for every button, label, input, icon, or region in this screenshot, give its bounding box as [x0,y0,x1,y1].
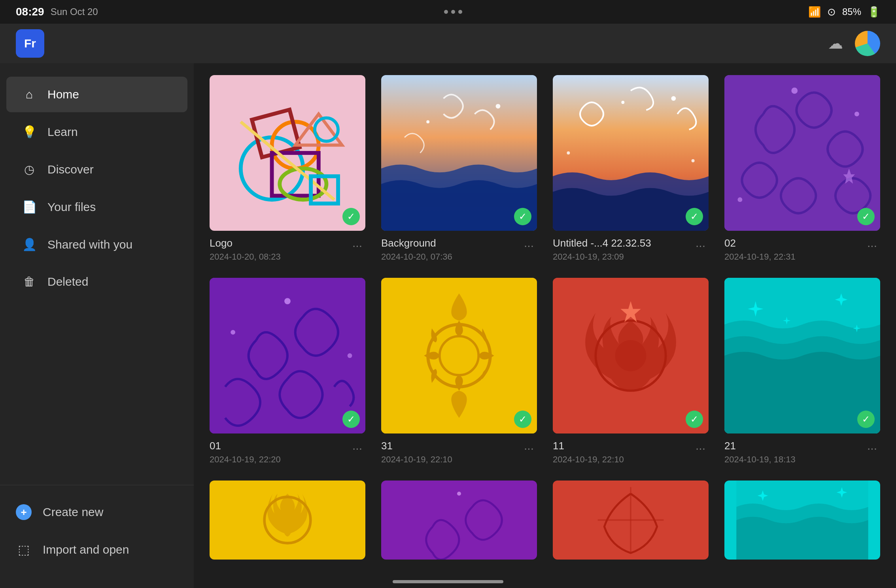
row3-4-svg [724,481,880,560]
check-badge-02: ✓ [857,208,875,225]
file-name-11: 11 [553,440,624,452]
file-meta-01: 01 2024-10-19, 22:20 [210,440,281,465]
status-right: 📶 ⊙ 85% 🔋 [808,6,880,18]
content-area: ✓ Logo 2024-10-20, 08:23 ··· [194,63,896,588]
background-svg [381,75,537,231]
file-more-31[interactable]: ··· [521,440,537,456]
file-date-untitled: 2024-10-19, 23:09 [553,252,651,262]
create-new-button[interactable]: + Create new [0,493,194,531]
file-meta-11: 11 2024-10-19, 22:10 [553,440,624,465]
untitled-svg [553,75,709,231]
file-name-background: Background [381,237,452,249]
svg-point-14 [671,96,676,101]
file-thumbnail-row3-2 [381,481,537,560]
file-more-01[interactable]: ··· [349,440,365,456]
file-card-background[interactable]: ✓ Background 2024-10-20, 07:36 ··· [381,75,537,262]
row3-2-svg [381,481,537,560]
01-svg [210,278,365,433]
status-date: Sun Oct 20 [51,6,98,17]
file-card-untitled[interactable]: ✓ Untitled -...4 22.32.53 2024-10-19, 23… [553,75,709,262]
file-info-02: 02 2024-10-19, 22:31 ··· [724,237,880,262]
check-badge-logo: ✓ [342,208,360,225]
check-badge-untitled: ✓ [686,208,703,225]
sidebar-item-your-files[interactable]: 📄 Your files [6,189,187,225]
file-thumbnail-row3-1 [210,481,365,560]
file-name-31: 31 [381,440,452,452]
home-indicator [393,580,503,583]
app-icon[interactable]: Fr [16,29,44,58]
battery-icon: 🔋 [868,6,880,18]
import-open-button[interactable]: ⬚ Import and open [0,531,194,568]
file-date-31: 2024-10-19, 22:10 [381,454,452,465]
row3-1-svg [210,481,365,560]
svg-point-10 [496,104,501,109]
file-more-21[interactable]: ··· [864,440,880,456]
learn-icon: 💡 [22,125,36,139]
file-thumbnail-31: ✓ [381,278,537,433]
file-name-01: 01 [210,440,281,452]
create-new-label: Create new [43,505,103,519]
deleted-icon: 🗑 [22,275,36,288]
svg-point-24 [231,330,235,335]
svg-point-20 [737,197,742,202]
sidebar-nav: ⌂ Home 💡 Learn ◷ Discover 📄 Your files 👤… [0,75,194,485]
file-card-logo[interactable]: ✓ Logo 2024-10-20, 08:23 ··· [210,75,365,262]
sidebar-item-discover[interactable]: ◷ Discover [6,151,187,187]
svg-point-23 [284,298,291,304]
file-date-21: 2024-10-19, 18:13 [724,454,796,465]
file-info-background: Background 2024-10-20, 07:36 ··· [381,237,537,262]
dot-2 [451,10,455,14]
file-name-21: 21 [724,440,796,452]
file-thumbnail-row3-3 [553,481,709,560]
row3-3-svg [553,481,709,560]
file-card-row3-2[interactable] [381,481,537,568]
file-info-untitled: Untitled -...4 22.32.53 2024-10-19, 23:0… [553,237,709,262]
file-thumbnail-untitled: ✓ [553,75,709,231]
sidebar-label-your-files: Your files [47,200,96,214]
file-info-logo: Logo 2024-10-20, 08:23 ··· [210,237,365,262]
status-time: 08:29 [16,6,44,18]
sidebar-item-shared[interactable]: 👤 Shared with you [6,226,187,262]
file-more-02[interactable]: ··· [864,237,880,254]
file-name-02: 02 [724,237,796,249]
svg-point-8 [315,118,338,141]
title-bar: Fr ☁ [0,24,896,63]
avatar[interactable] [855,31,880,56]
file-card-row3-4[interactable] [724,481,880,568]
file-card-row3-3[interactable] [553,481,709,568]
svg-point-19 [854,112,859,117]
create-icon: + [16,504,32,520]
sidebar-item-deleted[interactable]: 🗑 Deleted [6,264,187,300]
file-info-01: 01 2024-10-19, 22:20 ··· [210,440,365,465]
file-more-untitled[interactable]: ··· [692,237,709,254]
file-meta-21: 21 2024-10-19, 18:13 [724,440,796,465]
file-info-21: 21 2024-10-19, 18:13 ··· [724,440,880,465]
sidebar-label-shared: Shared with you [47,238,132,251]
31-svg [381,278,537,433]
file-card-02[interactable]: ✓ 02 2024-10-19, 22:31 ··· [724,75,880,262]
file-more-11[interactable]: ··· [692,440,709,456]
file-card-row3-1[interactable] [210,481,365,568]
file-thumbnail-logo: ✓ [210,75,365,231]
dot-1 [444,10,448,14]
file-meta-02: 02 2024-10-19, 22:31 [724,237,796,262]
svg-point-18 [791,88,798,94]
check-badge-11: ✓ [686,411,703,428]
sidebar-item-learn[interactable]: 💡 Learn [6,114,187,150]
file-thumbnail-02: ✓ [724,75,880,231]
file-card-01[interactable]: ✓ 01 2024-10-19, 22:20 ··· [210,278,365,465]
file-date-logo: 2024-10-20, 08:23 [210,252,281,262]
file-card-11[interactable]: ✓ 11 2024-10-19, 22:10 ··· [553,278,709,465]
file-more-background[interactable]: ··· [521,237,537,254]
title-bar-right: ☁ [828,31,880,56]
svg-point-16 [692,159,695,162]
sidebar-item-home[interactable]: ⌂ Home [6,77,187,112]
logo-svg [210,75,365,231]
file-card-21[interactable]: ✓ 21 2024-10-19, 18:13 ··· [724,278,880,465]
file-more-logo[interactable]: ··· [349,237,365,254]
wifi-icon: 📶 [808,6,821,18]
svg-point-31 [615,340,646,371]
file-card-31[interactable]: ✓ 31 2024-10-19, 22:10 ··· [381,278,537,465]
sidebar-label-discover: Discover [47,163,94,176]
cloud-icon[interactable]: ☁ [828,35,843,52]
